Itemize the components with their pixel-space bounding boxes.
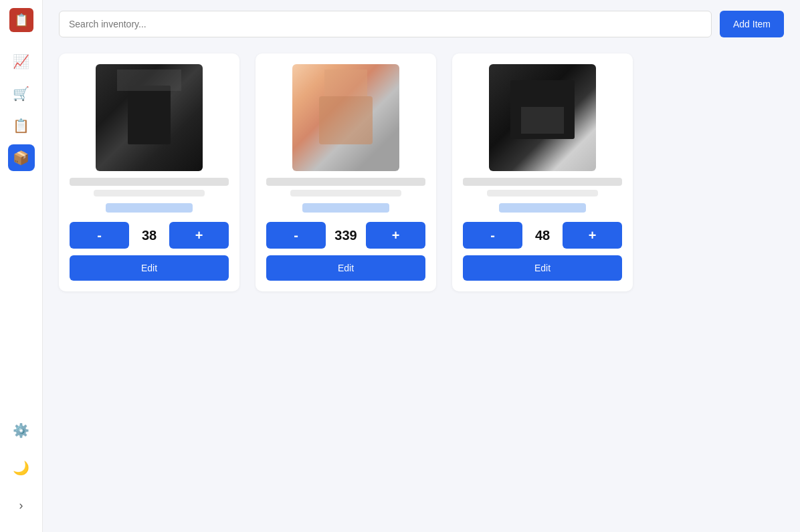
logo-icon: 📋 [14, 13, 29, 27]
increment-button-3[interactable]: + [563, 222, 622, 249]
sidebar-item-analytics[interactable]: 📈 [8, 48, 35, 75]
quantity-value-2: 339 [326, 228, 366, 243]
main-content: Add Item - 38 + Edit [43, 0, 800, 532]
increment-button-1[interactable]: + [169, 222, 229, 249]
inventory-card-2: - 339 + Edit [256, 53, 436, 291]
product-image-3 [489, 64, 596, 171]
inventory-grid: - 38 + Edit - 339 + Edit [59, 53, 784, 291]
settings-icon: ⚙️ [13, 422, 29, 438]
product-image-2 [292, 64, 399, 171]
product-image-1 [96, 64, 203, 171]
cart-icon: 🛒 [13, 86, 29, 102]
decrement-button-1[interactable]: - [70, 222, 129, 249]
increment-button-2[interactable]: + [366, 222, 425, 249]
edit-button-1[interactable]: Edit [70, 255, 229, 281]
quantity-row-2: - 339 + [266, 222, 425, 249]
analytics-icon: 📈 [13, 53, 29, 70]
decrement-button-2[interactable]: - [266, 222, 326, 249]
quantity-value-3: 48 [522, 228, 563, 243]
edit-button-3[interactable]: Edit [463, 255, 622, 281]
sidebar-item-inventory[interactable]: 📦 [8, 144, 35, 171]
quantity-value-1: 38 [129, 228, 169, 243]
product-subtitle-3 [487, 190, 599, 196]
product-price-2 [302, 203, 390, 213]
product-subtitle-1 [94, 190, 205, 196]
product-title-1 [70, 178, 229, 186]
app-logo: 📋 [9, 8, 33, 32]
product-price-3 [499, 203, 587, 213]
inventory-card-1: - 38 + Edit [59, 53, 239, 291]
edit-button-2[interactable]: Edit [266, 255, 425, 281]
chevron-right-icon: › [19, 499, 23, 513]
sidebar: 📋 📈 🛒 📋 📦 ⚙️ 🌙 › [0, 0, 43, 532]
product-title-3 [463, 178, 622, 186]
moon-icon: 🌙 [13, 460, 29, 476]
inventory-icon: 📦 [13, 150, 29, 166]
add-item-button[interactable]: Add Item [720, 11, 784, 37]
sidebar-collapse-button[interactable]: › [8, 492, 35, 519]
decrement-button-3[interactable]: - [463, 222, 522, 249]
quantity-row-3: - 48 + [463, 222, 622, 249]
list-icon: 📋 [13, 118, 29, 134]
inventory-card-3: - 48 + Edit [452, 53, 633, 291]
product-subtitle-2 [290, 190, 402, 196]
dark-mode-toggle[interactable]: 🌙 [8, 454, 35, 481]
header: Add Item [59, 11, 784, 37]
sidebar-item-settings[interactable]: ⚙️ [8, 417, 35, 444]
quantity-row-1: - 38 + [70, 222, 229, 249]
product-price-1 [106, 203, 193, 213]
sidebar-item-cart[interactable]: 🛒 [8, 80, 35, 107]
product-title-2 [266, 178, 425, 186]
sidebar-item-list[interactable]: 📋 [8, 112, 35, 139]
search-input[interactable] [59, 11, 712, 37]
